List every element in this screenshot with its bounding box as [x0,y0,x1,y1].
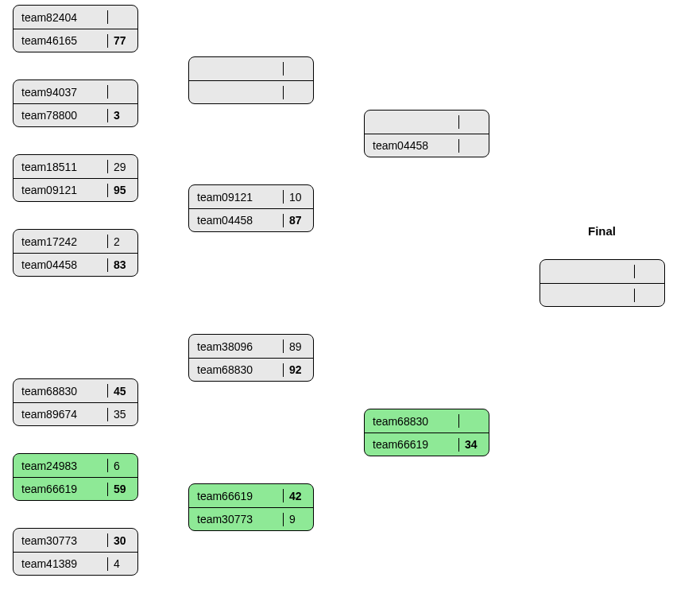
team-score: 35 [114,408,130,421]
match-row: team1851129 [14,155,137,178]
score-divider [283,62,284,76]
team-name [373,117,456,128]
match-row: team6661934 [365,433,489,456]
team-name: team66619 [373,438,456,451]
match-row [189,57,313,80]
match-row: team0445883 [14,253,137,276]
score-divider [107,184,109,197]
score-divider [107,483,109,496]
team-name: team46165 [21,34,105,47]
team-name: team68830 [373,415,456,428]
match-m4: team172422team0445883 [13,229,138,277]
team-score: 3 [114,109,130,122]
match-row [365,111,489,134]
score-divider [283,190,284,204]
match-row: team0445887 [189,208,313,231]
match-row: team172422 [14,230,137,253]
match-m2: team94037team788003 [13,80,138,127]
score-divider [283,489,284,502]
score-divider [107,235,109,248]
match-m1: team82404team4616577 [13,5,138,52]
score-divider [283,86,284,99]
team-score: 77 [114,34,130,47]
team-score: 2 [114,235,130,248]
team-name [548,289,632,301]
score-divider [283,363,284,377]
match-m3: team1851129team0912195 [13,154,138,202]
team-name: team24983 [21,460,105,472]
team-name: team68830 [21,385,105,398]
match-row: team8967435 [14,402,137,425]
score-divider [634,265,636,278]
score-divider [107,459,109,472]
score-divider [458,438,460,452]
match-row: team249836 [14,454,137,477]
team-score: 87 [289,214,305,227]
score-divider [283,339,284,353]
team-name: team38096 [197,340,280,353]
team-score: 92 [289,363,305,376]
score-divider [458,115,460,129]
match-row: team6883092 [189,358,313,381]
team-score: 30 [114,534,130,547]
score-divider [283,513,284,526]
team-name: team68830 [197,363,280,376]
match-m12: team04458 [364,110,489,157]
score-divider [107,34,109,48]
team-score: 89 [289,340,305,353]
match-row: team3809689 [189,335,313,358]
score-divider [107,160,109,173]
team-name: team30773 [197,513,280,526]
team-name: team09121 [197,191,280,204]
match-row [540,260,664,283]
team-name: team66619 [197,490,280,502]
match-m11: team6661942team307739 [188,483,314,531]
final-label: Final [588,224,616,238]
team-name: team04458 [373,139,456,152]
team-score: 34 [465,438,481,451]
team-name: team66619 [21,483,105,495]
match-row: team307739 [189,507,313,530]
match-row: team6883045 [14,379,137,402]
match-row: team68830 [365,409,489,433]
match-m7: team3077330team413894 [13,528,138,576]
team-score: 29 [114,161,130,173]
match-row: team788003 [14,103,137,126]
match-m6: team249836team6661959 [13,453,138,501]
team-name: team89674 [21,408,105,421]
score-divider [107,557,109,571]
team-name: team04458 [197,214,280,227]
match-m10: team3809689team6883092 [188,334,314,382]
team-name [197,87,280,98]
team-name: team82404 [21,11,105,24]
team-score: 6 [114,460,130,472]
team-name: team78800 [21,109,105,122]
match-m9: team0912110team0445887 [188,184,314,232]
team-name: team41389 [21,557,105,570]
score-divider [458,139,460,153]
team-score: 83 [114,258,130,271]
team-score: 95 [114,184,130,196]
team-name: team09121 [21,184,105,196]
match-m8 [188,56,314,104]
match-row: team4616577 [14,29,137,52]
match-row: team0912195 [14,178,137,201]
team-name: team17242 [21,235,105,248]
match-row: team3077330 [14,529,137,552]
score-divider [107,109,109,122]
score-divider [634,289,636,302]
match-row: team94037 [14,80,137,103]
match-row: team82404 [14,6,137,29]
score-divider [107,533,109,547]
match-row: team6661959 [14,477,137,500]
match-row [189,80,313,103]
match-row: team04458 [365,134,489,157]
team-name: team30773 [21,534,105,547]
match-row: team0912110 [189,185,313,208]
team-score: 9 [289,513,305,526]
team-score: 59 [114,483,130,495]
match-m5: team6883045team8967435 [13,378,138,426]
match-row [540,283,664,306]
team-name: team18511 [21,161,105,173]
team-score: 10 [289,191,305,204]
